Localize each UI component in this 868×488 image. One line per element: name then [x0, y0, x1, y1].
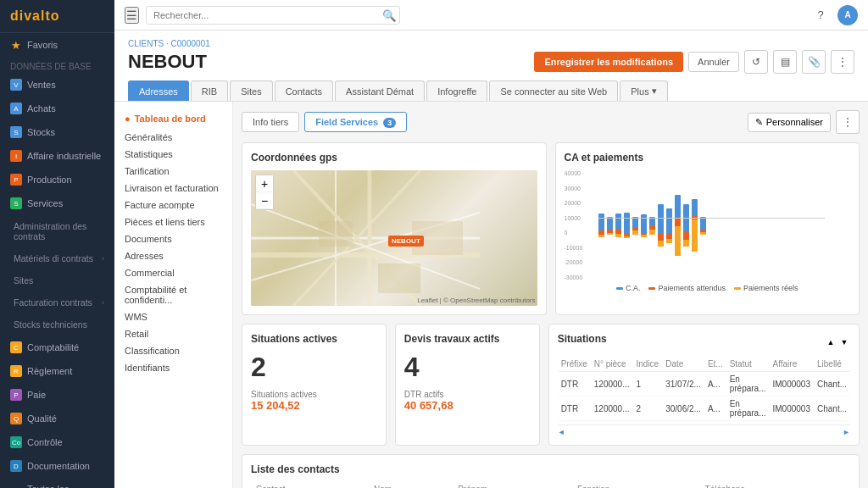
left-panel-item-documents[interactable]: Documents [114, 230, 232, 247]
sidebar-item-affaire[interactable]: I Affaire industrielle [0, 144, 114, 168]
tab-rib[interactable]: RIB [191, 80, 228, 101]
achats-icon: A [10, 103, 22, 114]
sidebar-item-stocks-techniciens[interactable]: Stocks techniciens [0, 313, 114, 336]
devis-travaux-card: Devis travaux actifs 4 DTR actifs 40 657… [395, 324, 540, 446]
sit-cell-et: A... [704, 372, 726, 396]
map-container[interactable]: + − NEBOUT Leaflet | © OpenStreetMap con… [251, 170, 537, 306]
tab-infogreffe[interactable]: Infogreffe [426, 80, 487, 101]
sit-col-statut: Statut [726, 357, 770, 372]
contacts-col-telephone: Téléphone [700, 482, 850, 488]
legend-paiements-reels: Paiements réels [734, 284, 798, 292]
sidebar-item-label: Règlement [27, 366, 72, 376]
sidebar-item-facturation-contrats[interactable]: Facturation contrats › [0, 291, 114, 313]
tab-se-connecter[interactable]: Se connecter au site Web [489, 80, 618, 101]
tab-assistant-demat[interactable]: Assistant Démat [335, 80, 425, 101]
left-panel-item-retail[interactable]: Retail [114, 325, 232, 342]
situations-actives-label: Situations actives [251, 390, 377, 399]
left-panel-item-classification[interactable]: Classification [114, 342, 232, 359]
left-panel-section-tableau[interactable]: ● Tableau de bord [114, 108, 232, 129]
sit-row-1[interactable]: DTR 120000... 1 31/07/2... A... En prépa… [558, 372, 850, 396]
left-panel-item-pieces[interactable]: Pièces et liens tiers [114, 214, 232, 230]
ca-dot [616, 287, 623, 290]
tab-plus[interactable]: Plus ▾ [620, 80, 667, 101]
sit-cell-affaire: IM000003 [769, 396, 813, 421]
save-button[interactable]: Enregistrer les modifications [534, 52, 683, 72]
record-header: CLIENTS · C0000001 NEBOUT Enregistrer le… [114, 30, 868, 102]
sit-prev-button[interactable]: ◄ [558, 428, 565, 436]
pa-dot [648, 287, 655, 290]
left-panel-item-comptabilite[interactable]: Comptabilité et confidenti... [114, 281, 232, 308]
paie-icon: P [10, 389, 22, 401]
sidebar-item-toutes-activites[interactable]: ≡ Toutes les activités [0, 478, 114, 488]
tab-field-services[interactable]: Field Services 3 [304, 112, 407, 132]
menu-toggle-button[interactable]: ☰ [125, 7, 139, 24]
preview-button[interactable]: ▤ [773, 50, 797, 74]
sidebar-item-comptabilite[interactable]: C Comptabilité [0, 336, 114, 359]
more-button[interactable]: ⋮ [831, 50, 854, 74]
sidebar-item-favoris[interactable]: ★ Favoris [0, 33, 114, 57]
sit-scroll-up[interactable]: ▲ [825, 336, 837, 348]
sit-cell-statut: En prépara... [726, 396, 770, 421]
contacts-title: Liste des contacts [251, 463, 850, 475]
sit-cell-statut: En prépara... [726, 372, 770, 396]
chart-legend: C.A. Paiements attendus Paiements réels [565, 284, 851, 292]
left-panel-item-adresses[interactable]: Adresses [114, 247, 232, 264]
star-icon: ★ [10, 39, 22, 51]
sidebar-item-services[interactable]: S Services [0, 191, 114, 215]
sit-scroll-down[interactable]: ▼ [838, 336, 850, 348]
sidebar-item-achats[interactable]: A Achats [0, 97, 114, 120]
devis-travaux-label: DTR actifs [404, 390, 531, 399]
sit-row-2[interactable]: DTR 120000... 2 30/06/2... A... En prépa… [558, 396, 850, 421]
sidebar-item-qualite[interactable]: Q Qualité [0, 407, 114, 430]
cancel-button[interactable]: Annuler [688, 52, 739, 72]
sidebar-item-label: Paie [27, 390, 46, 400]
sit-cell-date: 30/06/2... [662, 396, 704, 421]
zoom-out-button[interactable]: − [256, 192, 273, 209]
attachment-button[interactable]: 📎 [802, 50, 826, 74]
sidebar-item-stocks[interactable]: S Stocks [0, 120, 114, 144]
personaliser-button[interactable]: ✎ Personnaliser [748, 113, 831, 132]
more-options-button[interactable]: ⋮ [836, 110, 860, 134]
history-button[interactable]: ↺ [744, 50, 768, 74]
user-avatar: A [837, 5, 858, 25]
sit-col-libelle: Libellé [814, 357, 850, 372]
left-panel-item-statistiques[interactable]: Statistiques [114, 146, 232, 163]
search-input[interactable] [146, 6, 400, 25]
sidebar-item-paie[interactable]: P Paie [0, 383, 114, 407]
help-button[interactable]: ? [810, 5, 831, 25]
sit-next-button[interactable]: ► [843, 428, 850, 436]
left-panel-item-livraison[interactable]: Livraison et facturation [114, 180, 232, 197]
sidebar-item-reglement[interactable]: R Règlement [0, 359, 114, 383]
sidebar-item-label: Sites [14, 275, 33, 286]
sidebar-item-sites[interactable]: Sites [0, 269, 114, 291]
sidebar-item-production[interactable]: P Production [0, 168, 114, 191]
sidebar-item-label: Favoris [27, 40, 58, 50]
situations-actives-title: Situations actives [251, 333, 377, 345]
tab-info-tiers[interactable]: Info tiers [242, 112, 299, 132]
sidebar-item-controle[interactable]: Co Contrôle [0, 430, 114, 454]
sidebar-item-admin-contrats[interactable]: Administration des contrats [0, 215, 114, 247]
left-panel-item-identifiants[interactable]: Identifiants [114, 359, 232, 376]
ventes-icon: V [10, 79, 22, 91]
tab-sites[interactable]: Sites [230, 80, 272, 101]
sidebar-item-ventes[interactable]: V Ventes [0, 73, 114, 97]
tab-contacts[interactable]: Contacts [275, 80, 333, 101]
devis-travaux-title: Devis travaux actifs [404, 333, 531, 345]
left-panel-item-commercial[interactable]: Commercial [114, 264, 232, 281]
record-title: NEBOUT [128, 51, 207, 73]
search-button[interactable]: 🔍 [382, 8, 397, 21]
left-panel-item-facture-acompte[interactable]: Facture acompte [114, 197, 232, 214]
sit-cell-libelle: Chant... [814, 396, 850, 421]
sidebar-item-materiels-contrats[interactable]: Matériels di contrats › [0, 247, 114, 269]
left-panel-item-wms[interactable]: WMS [114, 308, 232, 325]
zoom-in-button[interactable]: + [256, 175, 273, 192]
tab-adresses[interactable]: Adresses [128, 80, 189, 101]
left-panel-item-tarification[interactable]: Tarification [114, 163, 232, 180]
controle-icon: Co [10, 436, 22, 448]
svg-rect-8 [319, 221, 353, 247]
left-panel: ● Tableau de bord Généralités Statistiqu… [114, 102, 233, 488]
left-panel-item-generalites[interactable]: Généralités [114, 129, 232, 146]
sidebar-item-documentation[interactable]: D Documentation [0, 454, 114, 478]
sit-cell-prefix: DTR [558, 372, 591, 396]
chart-bars-container [598, 170, 826, 280]
